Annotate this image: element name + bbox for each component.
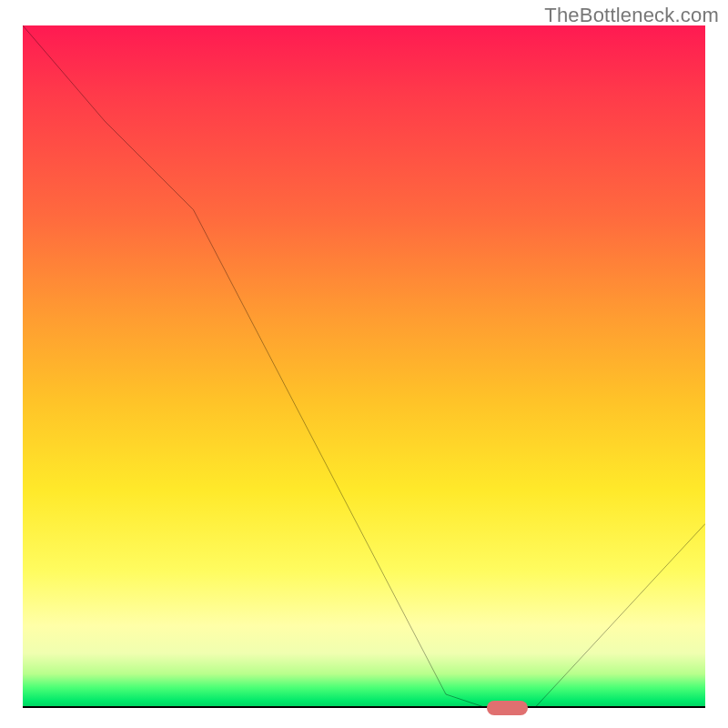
optimal-marker bbox=[487, 701, 528, 715]
watermark-text: TheBottleneck.com bbox=[544, 4, 719, 27]
plot-area bbox=[23, 25, 705, 708]
bottleneck-curve bbox=[23, 25, 705, 708]
x-axis-baseline bbox=[23, 706, 705, 708]
chart-container: TheBottleneck.com bbox=[0, 0, 728, 728]
curve-path bbox=[23, 25, 705, 708]
